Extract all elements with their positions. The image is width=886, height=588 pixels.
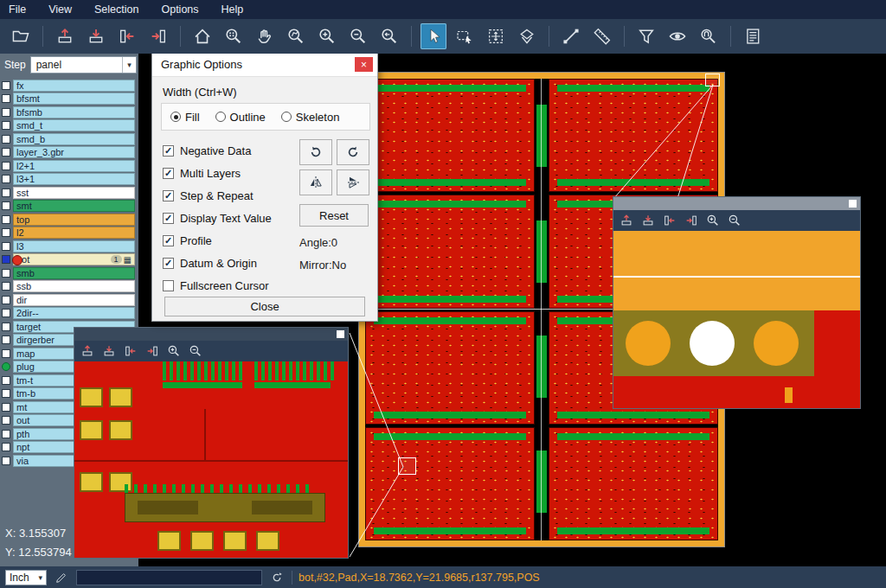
checkbox-icon[interactable]: ✓	[163, 213, 174, 224]
dialog-title-bar[interactable]: Graphic Options ×	[152, 53, 377, 77]
layer-row-top[interactable]: top	[0, 213, 138, 227]
shift-left-button[interactable]	[122, 342, 139, 360]
import-bottom-button[interactable]	[639, 212, 657, 229]
reset-button[interactable]: Reset	[299, 204, 369, 227]
layer-visibility-checkbox[interactable]	[2, 215, 10, 224]
import-bottom-button[interactable]	[83, 23, 109, 49]
layer-row-smt[interactable]: smt	[0, 200, 138, 214]
option-fullscreen-cursor[interactable]: Fullscreen Cursor	[163, 274, 292, 297]
option-display-text-value[interactable]: ✓Display Text Value	[163, 207, 292, 229]
layer-visibility-checkbox[interactable]	[2, 108, 10, 117]
open-folder-button[interactable]	[8, 23, 34, 49]
layer-color-bar[interactable]: bfsmt	[13, 93, 135, 105]
window-control-button[interactable]	[849, 200, 857, 208]
layer-row-fx[interactable]: fx	[0, 79, 138, 93]
rotate-cw-button[interactable]	[299, 139, 332, 165]
layer-visibility-checkbox[interactable]	[2, 94, 10, 103]
checkbox-icon[interactable]: ✓	[163, 145, 174, 157]
import-top-button[interactable]	[79, 342, 96, 360]
layer-row-bfsmb[interactable]: bfsmb	[0, 105, 138, 119]
layer-visibility-checkbox[interactable]	[2, 389, 10, 398]
layer-color-bar[interactable]: 2dir--	[13, 307, 135, 319]
eye-button[interactable]	[664, 23, 690, 49]
shift-left-button[interactable]	[114, 23, 140, 49]
layer-row-l3[interactable]: l3	[0, 240, 138, 253]
checkbox-icon[interactable]	[163, 280, 174, 291]
rect-select-button[interactable]	[452, 23, 478, 49]
layer-row-bfsmt[interactable]: bfsmt	[0, 93, 138, 106]
window-control-button[interactable]	[337, 330, 344, 338]
layer-row-smd_t[interactable]: smd_t	[0, 119, 138, 133]
layer-visibility-checkbox[interactable]	[2, 228, 10, 237]
layer-color-bar[interactable]: l2	[13, 227, 135, 239]
layer-row-bot[interactable]: bot1▦	[0, 253, 138, 267]
zoom-in-button[interactable]	[165, 342, 183, 360]
mirror-v-button[interactable]	[337, 169, 369, 195]
layer-row-l2+1[interactable]: l2+1	[0, 159, 138, 173]
layer-visibility-checkbox[interactable]	[2, 135, 10, 144]
layer-color-bar[interactable]: smt	[13, 200, 135, 212]
layer-visibility-checkbox[interactable]	[2, 175, 10, 183]
refresh-button[interactable]	[268, 569, 286, 586]
zoom-preview-canvas[interactable]	[613, 231, 860, 408]
layer-visibility-checkbox[interactable]	[2, 81, 10, 90]
layer-color-bar[interactable]: sst	[13, 187, 135, 199]
home-button[interactable]	[189, 23, 215, 49]
layer-visibility-checkbox[interactable]	[2, 309, 10, 317]
pan-button[interactable]	[252, 23, 278, 49]
zoom-in-button[interactable]	[314, 23, 340, 49]
zoom-out-button[interactable]	[345, 23, 371, 49]
layer-color-bar[interactable]: smd_b	[13, 133, 135, 145]
step-select[interactable]: panel ▾	[30, 56, 137, 74]
radio-fill[interactable]: Fill	[170, 111, 200, 124]
layer-color-bar[interactable]: smd_t	[13, 119, 135, 131]
zoom-preview-canvas[interactable]	[74, 361, 348, 558]
zoom-in-button[interactable]	[704, 212, 722, 229]
chevron-down-icon[interactable]: ▾	[122, 57, 136, 73]
net-search-button[interactable]	[696, 23, 722, 49]
mirror-h-button[interactable]	[299, 169, 332, 195]
layer-color-bar[interactable]: bfsmb	[13, 106, 135, 118]
layer-visibility-checkbox[interactable]	[2, 443, 10, 451]
layer-color-bar[interactable]: smb	[13, 267, 135, 279]
dialog-close-icon[interactable]: ×	[355, 57, 373, 72]
layer-color-bar[interactable]: dir	[13, 294, 135, 306]
checkbox-icon[interactable]: ✓	[163, 190, 174, 201]
layer-row-l3+1[interactable]: l3+1	[0, 173, 138, 187]
layer-visibility-checkbox[interactable]	[2, 189, 10, 197]
import-top-button[interactable]	[618, 212, 635, 229]
layer-color-bar[interactable]: ssb	[13, 280, 135, 292]
layer-visibility-checkbox[interactable]	[2, 416, 10, 425]
close-button[interactable]: Close	[164, 297, 365, 316]
layer-visibility-checkbox[interactable]	[2, 323, 10, 331]
layer-color-bar[interactable]: l3	[13, 240, 135, 252]
checkbox-icon[interactable]: ✓	[163, 258, 174, 269]
option-profile[interactable]: ✓Profile	[163, 229, 292, 252]
option-datum-origin[interactable]: ✓Datum & Origin	[163, 252, 292, 274]
shift-right-button[interactable]	[145, 23, 171, 49]
layer-row-smd_b[interactable]: smd_b	[0, 132, 138, 146]
menu-selection[interactable]: Selection	[94, 3, 138, 16]
import-bottom-button[interactable]	[100, 342, 118, 360]
layer-color-bar[interactable]: top	[13, 214, 135, 226]
report-button[interactable]	[740, 23, 766, 49]
menu-options[interactable]: Options	[161, 3, 198, 16]
window-title-bar[interactable]	[613, 197, 860, 210]
zoom-region-button[interactable]	[221, 23, 247, 49]
zoom-shape-button[interactable]	[283, 23, 309, 49]
shift-right-button[interactable]	[683, 212, 700, 229]
layer-visibility-checkbox[interactable]	[2, 148, 10, 157]
layer-visibility-checkbox[interactable]	[2, 296, 10, 304]
radio-icon[interactable]	[281, 112, 292, 122]
option-step-repeat[interactable]: ✓Step & Repeat	[163, 184, 292, 207]
layer-visibility-checkbox[interactable]	[2, 255, 10, 264]
radio-outline[interactable]: Outline	[215, 111, 266, 124]
option-multi-layers[interactable]: ✓Multi Layers	[163, 162, 292, 184]
transform-button[interactable]	[483, 23, 509, 49]
menu-help[interactable]: Help	[222, 3, 244, 16]
menu-view[interactable]: View	[48, 3, 72, 16]
radio-icon[interactable]	[215, 112, 226, 122]
filter-button[interactable]	[633, 23, 659, 49]
layer-row-dir[interactable]: dir	[0, 293, 138, 307]
window-title-bar[interactable]	[74, 328, 348, 341]
